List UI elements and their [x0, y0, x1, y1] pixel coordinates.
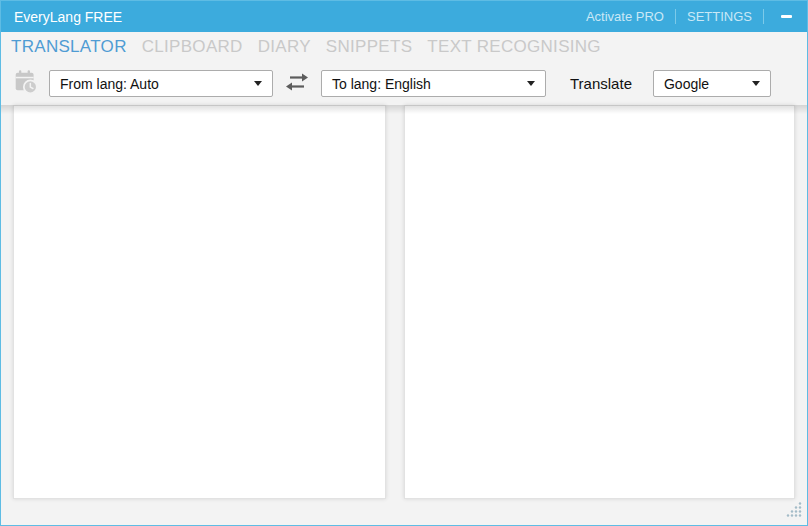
to-lang-value: To lang: English — [332, 76, 431, 92]
tab-text-recognising[interactable]: TEXT RECOGNISING — [427, 37, 601, 57]
chevron-down-icon — [752, 81, 760, 86]
provider-value: Google — [664, 76, 709, 92]
from-lang-value: From lang: Auto — [60, 76, 159, 92]
history-button[interactable] — [13, 69, 39, 98]
target-text-area[interactable] — [404, 105, 795, 499]
titlebar-actions: Activate PRO SETTINGS — [586, 7, 797, 27]
settings-button[interactable]: SETTINGS — [687, 9, 752, 24]
titlebar-separator — [763, 9, 764, 24]
minimize-icon — [781, 15, 792, 18]
swap-languages-button[interactable] — [282, 71, 312, 96]
source-text-area[interactable] — [13, 105, 386, 499]
tab-snippets[interactable]: SNIPPETS — [326, 37, 412, 57]
title-bar: EveryLang FREE Activate PRO SETTINGS — [1, 1, 807, 32]
status-bar — [1, 499, 807, 525]
activate-pro-button[interactable]: Activate PRO — [586, 9, 664, 24]
translate-button[interactable]: Translate — [570, 75, 632, 92]
translator-toolbar: From lang: Auto To lang: English Transla… — [1, 62, 807, 105]
tab-diary[interactable]: DIARY — [258, 37, 311, 57]
chevron-down-icon — [527, 81, 535, 86]
tab-clipboard[interactable]: CLIPBOARD — [142, 37, 243, 57]
app-window: EveryLang FREE Activate PRO SETTINGS TRA… — [0, 0, 808, 526]
window-title: EveryLang FREE — [14, 9, 122, 25]
translation-panes — [1, 105, 807, 499]
titlebar-separator — [675, 9, 676, 24]
provider-select[interactable]: Google — [653, 70, 771, 97]
resize-grip[interactable] — [786, 501, 803, 522]
calendar-clock-icon — [13, 69, 39, 98]
chevron-down-icon — [254, 81, 262, 86]
minimize-button[interactable] — [775, 7, 797, 27]
to-lang-select[interactable]: To lang: English — [321, 70, 546, 97]
swap-arrows-icon — [282, 71, 312, 96]
from-lang-select[interactable]: From lang: Auto — [49, 70, 273, 97]
tab-translator[interactable]: TRANSLATOR — [11, 37, 127, 57]
tab-bar: TRANSLATOR CLIPBOARD DIARY SNIPPETS TEXT… — [1, 32, 807, 62]
